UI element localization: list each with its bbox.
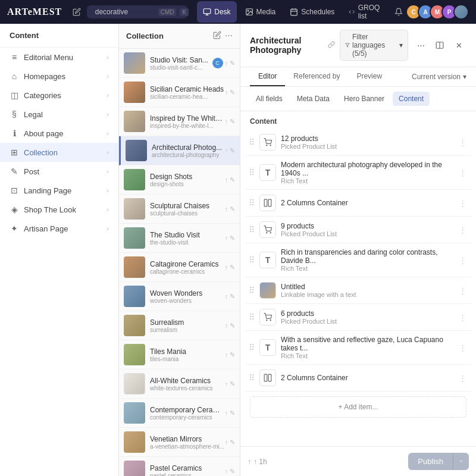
collection-item[interactable]: Design Shots design-shots ↑ ✎: [119, 165, 240, 195]
item-edit-icon[interactable]: ✎: [230, 293, 235, 300]
filter-label: Filter languages (5/5): [352, 33, 397, 58]
row-more-icon[interactable]: ⋮: [458, 224, 468, 236]
publish-dropdown-button[interactable]: [453, 453, 469, 470]
item-edit-icon[interactable]: ✎: [230, 264, 235, 271]
item-edit-icon[interactable]: ✎: [230, 147, 235, 155]
item-edit-icon[interactable]: ✎: [230, 322, 235, 330]
add-item-button[interactable]: + Add item...: [250, 396, 466, 418]
collection-item[interactable]: Tiles Mania tiles-mania ↑ ✎: [119, 340, 240, 369]
more-options-icon[interactable]: ⋯: [413, 37, 428, 53]
publish-button[interactable]: Publish: [408, 453, 453, 470]
sidebar-item-editorial[interactable]: ≡ Editorial Menu ›: [0, 48, 118, 67]
tab-editor[interactable]: Editor: [250, 67, 285, 86]
row-more-icon[interactable]: ⋮: [458, 372, 468, 384]
item-edit-icon[interactable]: ✎: [230, 176, 235, 184]
link-icon[interactable]: [328, 41, 335, 50]
artisan-icon: ✦: [10, 224, 19, 233]
item-edit-icon[interactable]: ✎: [230, 439, 235, 446]
sidebar-item-legal[interactable]: § Legal ›: [0, 105, 118, 124]
chevron-icon: ›: [107, 187, 109, 194]
collection-item[interactable]: Contemporary Cerami... contemporary-cera…: [119, 399, 240, 428]
cart-icon: [259, 221, 276, 238]
version-selector[interactable]: Current version ▾: [412, 73, 466, 81]
tab-hero-banner[interactable]: Hero Banner: [338, 92, 390, 106]
sidebar-item-about[interactable]: ℹ About page ›: [0, 124, 118, 143]
collection-item[interactable]: Venetian Mirrors a-venetian-atmosphere-m…: [119, 428, 240, 457]
drag-handle[interactable]: ⠿: [249, 168, 255, 177]
search-box[interactable]: CMD K: [87, 5, 188, 18]
collection-item[interactable]: All-White Ceramics white-textures-cerami…: [119, 369, 240, 399]
tab-groq[interactable]: GROQ list: [343, 1, 388, 23]
row-more-icon[interactable]: ⋮: [458, 167, 468, 178]
collection-item[interactable]: Inspired by The White ... inspired-by-th…: [119, 107, 240, 136]
collection-item[interactable]: The Studio Visit the-studio-visit ↑ ✎: [119, 224, 240, 253]
tab-schedules[interactable]: Schedules: [284, 1, 340, 23]
sidebar-item-categories[interactable]: ◫ Categories ›: [0, 86, 118, 105]
drag-handle[interactable]: ⠿: [249, 255, 255, 265]
drag-handle[interactable]: ⠿: [249, 373, 255, 383]
item-edit-icon[interactable]: ✎: [230, 118, 235, 126]
collection-item-active[interactable]: Architectural Photog... architectural-ph…: [119, 136, 240, 165]
sidebar-item-artisan[interactable]: ✦ Artisan Page ›: [0, 219, 118, 238]
split-view-icon[interactable]: [432, 37, 447, 53]
row-more-icon[interactable]: ⋮: [458, 342, 468, 353]
sidebar-item-landing[interactable]: ⊡ Landing Page ›: [0, 181, 118, 200]
item-edit-icon[interactable]: ✎: [230, 60, 235, 67]
row-more-icon[interactable]: ⋮: [458, 137, 468, 148]
collection-more-icon[interactable]: ⋯: [225, 31, 233, 41]
tab-all-fields[interactable]: All fields: [250, 92, 289, 106]
drag-handle[interactable]: ⠿: [249, 286, 255, 295]
collection-name: Woven Wonders: [150, 289, 225, 298]
tab-preview[interactable]: Preview: [348, 67, 390, 86]
sidebar-item-collection[interactable]: ⊞ Collection ›: [0, 143, 118, 162]
collection-item[interactable]: Surrealism surrealism ↑ ✎: [119, 311, 240, 340]
item-edit-icon[interactable]: ✎: [230, 205, 235, 213]
collection-item[interactable]: Caltagirone Ceramics caltagirone-ceramic…: [119, 253, 240, 282]
main: Content ≡ Editorial Menu › ⌂ Homepages ›…: [0, 24, 476, 476]
sidebar-item-post[interactable]: ✎ Post ›: [0, 162, 118, 181]
item-edit-icon[interactable]: ✎: [230, 380, 235, 388]
collection-edit-icon[interactable]: [213, 31, 221, 41]
item-edit-icon[interactable]: ✎: [230, 89, 235, 96]
item-edit-icon[interactable]: ✎: [230, 351, 235, 359]
tab-content[interactable]: Content: [393, 92, 430, 106]
chevron-down-icon: [458, 458, 464, 464]
collection-item[interactable]: Studio Visit: San... studio-visit-santi-…: [119, 49, 240, 78]
tab-media[interactable]: Media: [239, 1, 282, 23]
text-icon: T: [259, 164, 276, 181]
drag-handle[interactable]: ⠿: [249, 312, 255, 322]
search-input[interactable]: [95, 8, 155, 16]
row-more-icon[interactable]: ⋮: [458, 312, 468, 323]
drag-handle[interactable]: ⠿: [249, 198, 255, 208]
drag-handle[interactable]: ⠿: [249, 137, 255, 147]
filter-languages-button[interactable]: Filter languages (5/5) ▾: [340, 30, 408, 61]
collection-item[interactable]: Woven Wonders woven-wonders ↑ ✎: [119, 282, 240, 311]
collection-item[interactable]: Sculptural Chaises sculptural-chaises ↑ …: [119, 195, 240, 224]
collection-item[interactable]: Sicilian Ceramic Heads sicilian-ceramic-…: [119, 78, 240, 107]
collection-thumb: [124, 198, 145, 220]
row-more-icon[interactable]: ⋮: [458, 285, 468, 296]
item-upload-icon: ↑: [225, 89, 228, 96]
sidebar-item-shopthelook[interactable]: ◈ Shop The Look ›: [0, 200, 118, 219]
tab-meta-data[interactable]: Meta Data: [291, 92, 336, 106]
notification-icon[interactable]: [393, 6, 405, 18]
edit-icon[interactable]: [71, 6, 82, 18]
collection-thumb: [124, 52, 145, 74]
collection-thumb: [124, 256, 145, 278]
row-more-icon[interactable]: ⋮: [458, 255, 468, 266]
item-edit-icon[interactable]: ✎: [230, 409, 235, 417]
drag-handle[interactable]: ⠿: [249, 343, 255, 352]
tab-referenced[interactable]: Referenced by: [285, 67, 348, 86]
item-edit-icon[interactable]: ✎: [230, 468, 235, 475]
item-upload-icon: ↑: [225, 147, 228, 154]
content-row: ⠿ 12 products Picked Product List ⋮: [245, 129, 471, 156]
drag-handle[interactable]: ⠿: [249, 225, 255, 234]
tab-desk[interactable]: Desk: [197, 1, 236, 23]
collection-item[interactable]: Pastel Ceramics pastel-ceramics ↑ ✎: [119, 457, 240, 476]
close-icon[interactable]: ✕: [451, 37, 466, 53]
row-subtitle: Picked Product List: [281, 143, 453, 150]
row-more-icon[interactable]: ⋮: [458, 198, 468, 209]
sidebar-item-homepages[interactable]: ⌂ Homepages ›: [0, 67, 118, 86]
item-edit-icon[interactable]: ✎: [230, 234, 235, 242]
item-upload-icon: ↑: [225, 264, 228, 271]
